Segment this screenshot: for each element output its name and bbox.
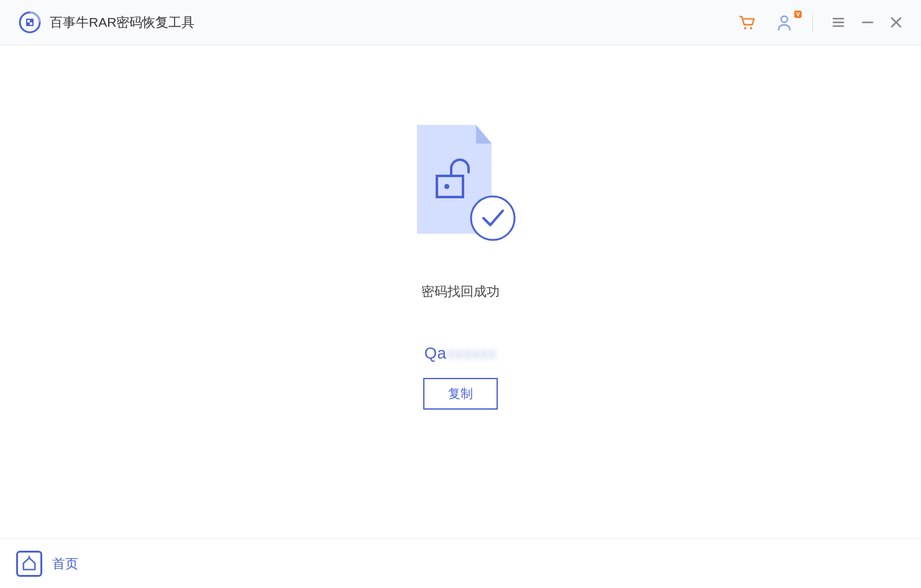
success-illustration-icon [405, 125, 516, 246]
header-left: 百事牛RAR密码恢复工具 [19, 11, 195, 34]
app-header: 百事牛RAR密码恢复工具 V [0, 0, 921, 45]
home-label[interactable]: 首页 [52, 555, 78, 572]
svg-point-6 [781, 16, 787, 22]
window-controls [832, 16, 902, 29]
svg-point-14 [444, 184, 449, 189]
menu-icon[interactable] [832, 16, 845, 29]
copy-button[interactable]: 复制 [423, 378, 498, 410]
password-visible-part: Qa [424, 344, 447, 362]
close-icon[interactable] [890, 16, 902, 29]
app-footer: 首页 [0, 538, 921, 588]
svg-point-15 [471, 196, 515, 240]
svg-point-4 [744, 27, 746, 30]
app-title: 百事牛RAR密码恢复工具 [50, 14, 195, 31]
app-logo-icon [19, 11, 41, 34]
svg-rect-3 [30, 22, 32, 25]
password-blurred-part: xxxxxx [446, 344, 497, 362]
home-icon[interactable] [16, 551, 42, 577]
header-right: V [738, 13, 902, 32]
svg-point-5 [750, 27, 753, 30]
account-icon[interactable]: V [775, 13, 794, 32]
svg-rect-2 [27, 20, 30, 22]
recovered-password: Qaxxxxxx [424, 344, 497, 363]
status-message: 密码找回成功 [421, 283, 500, 300]
cart-icon[interactable] [738, 13, 756, 32]
vip-badge: V [794, 11, 802, 18]
minimize-icon[interactable] [861, 16, 874, 29]
main-content: 密码找回成功 Qaxxxxxx 复制 [0, 45, 921, 538]
header-divider [812, 13, 813, 32]
